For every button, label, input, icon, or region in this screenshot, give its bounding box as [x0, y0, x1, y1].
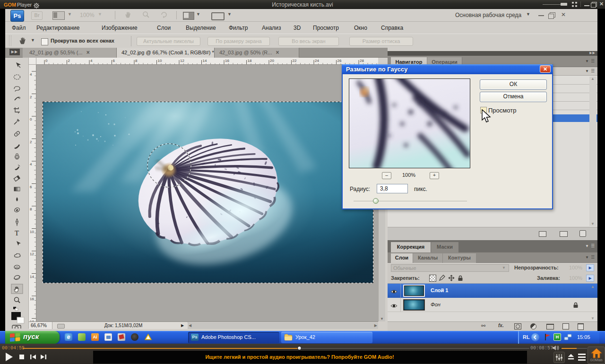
svg-text:20: 20 — [270, 59, 274, 63]
svg-text:4: 4 — [30, 162, 32, 166]
svg-text:10: 10 — [30, 230, 34, 234]
svg-text:28: 28 — [360, 59, 364, 63]
svg-text:12: 12 — [30, 252, 34, 256]
svg-text:6: 6 — [30, 185, 32, 189]
svg-text:14: 14 — [30, 275, 34, 279]
svg-text:16: 16 — [30, 297, 34, 301]
svg-text:0: 0 — [30, 117, 32, 121]
svg-text:18: 18 — [248, 59, 252, 63]
svg-text:8: 8 — [30, 207, 32, 211]
svg-text:12: 12 — [180, 59, 184, 63]
svg-text:16: 16 — [225, 59, 229, 63]
svg-text:4: 4 — [30, 72, 32, 77]
svg-text:10: 10 — [158, 59, 162, 63]
svg-text:24: 24 — [315, 59, 319, 63]
svg-text:T: T — [15, 229, 19, 237]
svg-text:8: 8 — [135, 59, 138, 63]
svg-text:6: 6 — [113, 59, 115, 63]
svg-text:2: 2 — [68, 59, 70, 63]
svg-text:0: 0 — [45, 59, 48, 63]
svg-text:14: 14 — [203, 59, 207, 63]
svg-text:2: 2 — [30, 140, 32, 144]
svg-text:2: 2 — [30, 95, 32, 99]
svg-text:26: 26 — [337, 59, 342, 63]
svg-text:4: 4 — [90, 59, 93, 63]
svg-text:22: 22 — [293, 59, 297, 63]
